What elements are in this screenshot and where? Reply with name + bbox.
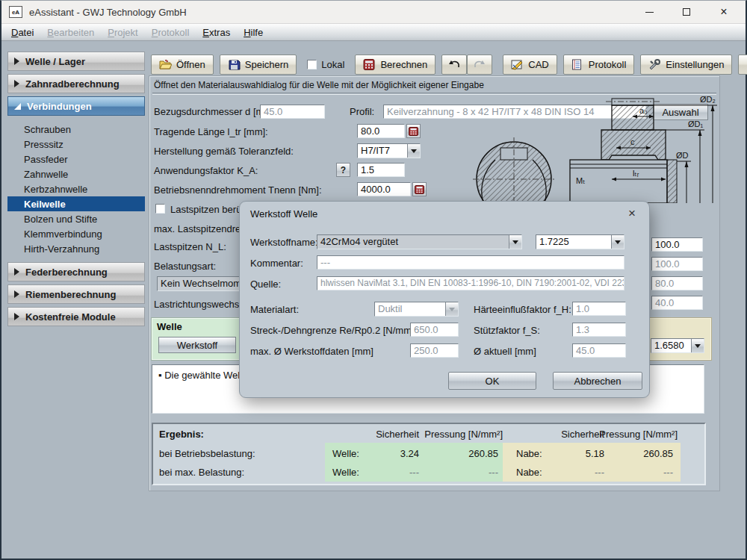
right-value-input-2[interactable]: 100.0 <box>651 257 703 271</box>
application-factor-input[interactable]: 1.5 <box>357 163 405 177</box>
hardness-factor-input[interactable]: 1.0 <box>572 302 626 316</box>
shaft-label: Welle: <box>332 448 359 459</box>
sidebar-section-kostenfreie-module[interactable]: Kostenfreie Module <box>7 307 145 326</box>
material-type-dropdown[interactable]: Duktil <box>374 302 459 317</box>
tolerance-label: Herstellung gemäß Toleranzfeld: <box>154 146 294 157</box>
folder-open-icon <box>159 59 172 70</box>
sidebar-section-riemenberechnung[interactable]: Riemenberechnung <box>7 284 145 304</box>
comment-label: Kommentar: <box>250 258 303 269</box>
dim-d-label: ØD <box>676 151 689 160</box>
load-peaks-checkbox[interactable] <box>155 204 165 214</box>
chevron-down-icon <box>611 235 624 249</box>
current-diameter-label: Ø aktuell [mm] <box>474 346 536 357</box>
material-name-label: Werkstoffname: <box>250 237 318 248</box>
nabe-material-dropdown[interactable]: 1.6580 <box>651 338 704 353</box>
cancel-button[interactable]: Abbrechen <box>553 372 642 390</box>
right-value-input-4[interactable]: 40.0 <box>651 296 703 310</box>
reference-diameter-input[interactable]: 45.0 <box>260 105 325 119</box>
calculator-icon <box>409 127 418 136</box>
window-title: eAssistant - GWJ Technology GmbH <box>29 7 187 18</box>
material-name-dropdown[interactable]: 42CrMo4 vergütet <box>317 234 522 249</box>
right-value-input-1[interactable]: 100.0 <box>651 237 703 252</box>
sidebar-section-verbindungen[interactable]: Verbindungen <box>7 96 145 116</box>
separator <box>152 93 716 95</box>
werkstoff-button[interactable]: Werkstoff <box>158 337 236 353</box>
tolerance-dropdown[interactable]: H7/IT7 <box>357 143 421 158</box>
source-input[interactable]: hlwissen NaviMat 3.1, DIN EN 10083-1:199… <box>317 276 624 290</box>
calculate-button[interactable]: Berechnen <box>355 55 436 75</box>
comment-input[interactable]: --- <box>317 255 624 270</box>
dim-c-label: c <box>630 137 635 146</box>
hub-label: Nabe: <box>516 467 542 478</box>
maximize-button[interactable] <box>678 4 695 20</box>
length-input[interactable]: 80.0 <box>357 124 405 138</box>
shaft-pressure-value: --- <box>424 467 498 478</box>
document-icon <box>571 59 584 70</box>
sidebar-item-bolzen-und-stifte[interactable]: Bolzen und Stifte <box>7 211 145 226</box>
local-checkbox[interactable] <box>307 60 317 69</box>
current-diameter-input[interactable]: 45.0 <box>572 343 626 358</box>
reference-diameter-label: Bezugsdurchmesser d [mm]: <box>154 106 277 117</box>
menu-hilfe[interactable]: Hilfe <box>237 25 270 40</box>
help-button[interactable]: Hilfe <box>738 55 747 75</box>
sidebar-item-kerbzahnwelle[interactable]: Kerbzahnwelle <box>7 181 145 196</box>
results-title: Ergebnis: <box>159 429 204 440</box>
app-window: eA eAssistant - GWJ Technology GmbH × Da… <box>0 0 747 560</box>
sidebar-item-keilwelle[interactable]: Keilwelle <box>7 196 145 211</box>
sidebar-section-label: Welle / Lager <box>25 56 85 67</box>
max-diameter-input[interactable]: 250.0 <box>410 343 459 358</box>
hub-pressure-value: --- <box>598 467 673 478</box>
sidebar-item-klemmverbindung[interactable]: Klemmverbindung <box>7 226 145 241</box>
chevron-down-icon <box>691 339 704 352</box>
cad-label: CAD <box>528 59 548 70</box>
menu-datei[interactable]: Datei <box>4 25 40 40</box>
settings-button[interactable]: Einstellungen <box>640 55 732 75</box>
support-factor-input[interactable]: 1.3 <box>572 323 626 337</box>
sidebar-item-passfeder[interactable]: Passfeder <box>7 152 145 167</box>
calculator-icon <box>363 59 376 70</box>
sidebar-section-zahnradberechnung[interactable]: Zahnradberechnung <box>7 74 145 93</box>
col-safety-1: Sicherheit <box>367 429 419 440</box>
open-button[interactable]: Öffnen <box>151 55 214 75</box>
right-value-input-3[interactable]: 80.0 <box>651 276 703 290</box>
sidebar-section-welle-lager[interactable]: Welle / Lager <box>7 52 145 71</box>
material-number-value: 1.7225 <box>536 235 611 249</box>
application-factor-help-button[interactable]: ? <box>336 163 350 177</box>
maximize-icon <box>683 8 690 16</box>
close-button[interactable]: × <box>716 4 732 20</box>
sidebar-section-federberechnung[interactable]: Federberechnung <box>7 262 145 281</box>
sidebar-item-presssitz[interactable]: Presssitz <box>7 137 145 152</box>
support-factor-label: Stützfaktor f_S: <box>474 325 540 336</box>
yield-input[interactable]: 650.0 <box>410 323 459 337</box>
dialog-close-icon[interactable]: × <box>624 205 640 222</box>
yield-label: Streck-/Dehngrenze Re/Rp0.2 [N/mm²]: <box>250 325 421 336</box>
sidebar-section-label: Federberechnung <box>25 267 108 278</box>
redo-button[interactable] <box>467 55 492 75</box>
toolbar: Öffnen Speichern Lokal Berechnen <box>151 54 747 75</box>
sidebar-section-label: Zahnradberechnung <box>25 78 120 90</box>
torque-calc-button[interactable] <box>412 182 427 196</box>
sidebar-item-zahnwelle[interactable]: Zahnwelle <box>7 167 145 181</box>
save-button[interactable]: Speichern <box>220 55 297 75</box>
cad-button[interactable]: CAD <box>503 55 557 75</box>
menu-extras[interactable]: Extras <box>196 25 237 40</box>
material-name-value: 42CrMo4 vergütet <box>317 235 509 249</box>
ok-button[interactable]: OK <box>448 372 536 390</box>
minimize-button[interactable] <box>641 4 657 20</box>
torque-input[interactable]: 4000.0 <box>357 182 411 196</box>
dim-ltr-label: lₜᵣ <box>633 169 639 178</box>
chevron-right-icon <box>14 313 19 320</box>
length-calc-button[interactable] <box>406 124 421 138</box>
cad-icon <box>511 59 524 70</box>
sidebar-item-hirth-verzahnung[interactable]: Hirth-Verzahnung <box>7 241 145 256</box>
load-type-dropdown[interactable]: Kein Wechselmom <box>157 276 240 291</box>
max-diameter-label: max. Ø Werkstoffdaten [mm] <box>250 346 374 357</box>
app-icon: eA <box>9 6 22 18</box>
menu-bearbeiten: Bearbeiten <box>40 25 101 40</box>
protocol-button[interactable]: Protokoll <box>563 55 635 75</box>
undo-button[interactable] <box>441 55 467 75</box>
chevron-right-icon <box>14 80 19 87</box>
sidebar-item-schrauben[interactable]: Schrauben <box>7 122 145 137</box>
chevron-down-icon <box>509 235 521 249</box>
material-number-dropdown[interactable]: 1.7225 <box>536 234 624 249</box>
